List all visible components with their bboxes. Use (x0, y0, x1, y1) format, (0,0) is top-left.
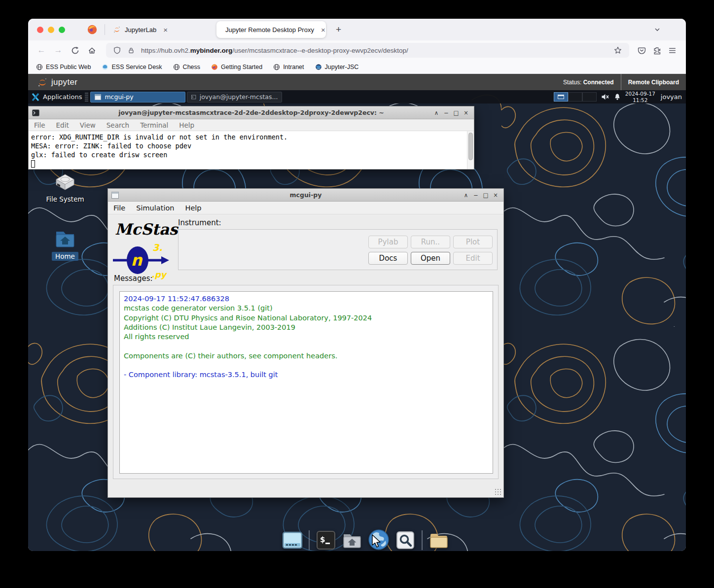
menu-edit[interactable]: Edit (51, 121, 74, 129)
logo-version: 3. (152, 242, 162, 253)
shade-window-button[interactable]: ∧ (462, 192, 470, 199)
minimize-window-button[interactable]: − (472, 192, 480, 199)
workspace-pager[interactable] (554, 92, 597, 102)
menu-simulation[interactable]: Simulation (131, 204, 179, 212)
screenshot-stage: JupyterLab × Jupyter Remote Desktop Prox… (0, 0, 714, 588)
menu-view[interactable]: View (74, 121, 101, 129)
app-finder-launcher[interactable] (394, 529, 416, 551)
jsc-sphere-icon (315, 64, 322, 70)
workspace-cell-active[interactable] (554, 92, 568, 102)
bookmark-label: Jupyter-JSC (325, 64, 359, 70)
close-tab-icon[interactable]: × (319, 26, 327, 34)
terminal-text: error: XDG_RUNTIME_DIR is invalid or not… (29, 131, 474, 168)
home-button[interactable] (84, 43, 99, 57)
run-button: Run.. (411, 236, 450, 248)
tab-label: Jupyter Remote Desktop Proxy (225, 26, 314, 34)
menu-help[interactable]: Help (174, 121, 200, 129)
extensions-puzzle-icon[interactable] (653, 46, 661, 55)
messages-frame: 2024-09-17 11:52:47.686328 mcstas code g… (113, 285, 499, 479)
window-icon (95, 94, 101, 100)
mcgui-titlebar[interactable]: mcgui-py ∧ − □ × (108, 189, 503, 202)
bookmark-label: ESS Public Web (46, 64, 91, 70)
connection-status: Status: Connected (556, 79, 621, 86)
menu-file[interactable]: File (29, 121, 51, 129)
shade-window-button[interactable]: ∧ (432, 109, 440, 116)
scrollbar-thumb[interactable] (468, 133, 473, 160)
xorg-logo-icon[interactable] (31, 93, 40, 102)
desktop-icon-file-system[interactable]: File System (39, 172, 91, 204)
terminal-output-area[interactable]: error: XDG_RUNTIME_DIR is invalid or not… (29, 131, 474, 169)
pylab-button: Pylab (368, 236, 408, 248)
minimize-window-button[interactable]: − (442, 109, 450, 116)
taskbar-right: 2024-09-17 11:52 jovyan (554, 91, 682, 103)
terminal-scrollbar[interactable] (467, 131, 474, 169)
list-all-tabs-chevron-icon[interactable] (653, 26, 661, 34)
close-window-button[interactable]: × (492, 192, 500, 199)
zoom-window-button[interactable] (59, 27, 65, 33)
firefox-icon (87, 24, 98, 35)
bookmark-ess-public-web[interactable]: ESS Public Web (36, 64, 91, 70)
browser-tab-bar: JupyterLab × Jupyter Remote Desktop Prox… (28, 19, 686, 40)
workspace-cell[interactable] (568, 92, 582, 102)
message-blank-line (124, 342, 489, 351)
bookmark-chess[interactable]: Chess (173, 64, 200, 70)
url-bar[interactable]: https://hub.ovh2.mybinder.org/user/mcsta… (106, 43, 629, 58)
terminal-line: error: XDG_RUNTIME_DIR is invalid or not… (31, 133, 474, 141)
close-tab-icon[interactable]: × (161, 26, 170, 34)
url-text[interactable]: https://hub.ovh2.mybinder.org/user/mcsta… (141, 47, 610, 54)
desktop-icon-home[interactable]: Home (39, 228, 91, 261)
remote-desktop: Applications mcgui-py jovyan@jupyter-mcs… (28, 90, 686, 551)
docs-button[interactable]: Docs (368, 252, 408, 265)
menu-search[interactable]: Search (101, 121, 135, 129)
minimize-window-button[interactable] (48, 27, 54, 33)
bookmark-getting-started[interactable]: Getting Started (211, 64, 262, 70)
dock-separator (309, 530, 310, 550)
resize-grip[interactable] (495, 488, 501, 495)
taskbar-item-terminal[interactable]: jovyan@jupyter-mcstas... (187, 92, 282, 103)
audio-muted-icon[interactable] (601, 93, 609, 101)
applications-menu-button[interactable]: Applications (43, 93, 82, 101)
terminal-launcher[interactable]: $ (315, 529, 337, 551)
menu-help[interactable]: Help (180, 204, 207, 212)
maximize-window-button[interactable]: □ (452, 109, 460, 116)
close-window-button[interactable]: × (462, 109, 470, 116)
taskbar-item-mcgui-py[interactable]: mcgui-py (90, 92, 185, 103)
lock-icon[interactable] (128, 47, 135, 54)
tab-remote-desktop-proxy[interactable]: Jupyter Remote Desktop Proxy × (216, 21, 326, 38)
menu-hamburger-icon[interactable] (668, 46, 677, 55)
menu-file[interactable]: File (108, 204, 131, 212)
notification-bell-icon[interactable] (614, 93, 621, 101)
file-manager-launcher[interactable] (341, 529, 363, 551)
tab-jupyterlab[interactable]: JupyterLab × (108, 21, 214, 38)
bookmark-jupyter-jsc[interactable]: Jupyter-JSC (315, 64, 359, 70)
user-menu[interactable]: jovyan (661, 93, 682, 101)
plot-button: Plot (453, 236, 493, 248)
home-folder-icon (341, 529, 363, 551)
status-value: Connected (583, 79, 614, 86)
reload-button[interactable] (68, 43, 82, 57)
messages-text-area[interactable]: 2024-09-17 11:52:47.686328 mcstas code g… (119, 291, 493, 474)
terminal-titlebar[interactable]: jovyan@jupyter-mcstasmcxtrace-2d-2de-2dd… (29, 106, 474, 119)
show-desktop-button[interactable] (282, 529, 303, 551)
jupyter-header: jupyter Status: Connected Remote Clipboa… (28, 74, 686, 90)
open-button[interactable]: Open (411, 252, 450, 265)
menu-terminal[interactable]: Terminal (135, 121, 174, 129)
taskbar-clock[interactable]: 2024-09-17 11:52 (625, 91, 655, 103)
bookmark-ess-service-desk[interactable]: ESS Service Desk (102, 64, 162, 70)
back-button[interactable]: ← (34, 43, 49, 57)
close-window-button[interactable] (37, 27, 43, 33)
maximize-window-button[interactable]: □ (482, 192, 490, 199)
bookmark-intranet[interactable]: Intranet (273, 64, 304, 70)
pocket-icon[interactable] (638, 46, 646, 55)
url-prefix: https://hub.ovh2. (141, 47, 190, 54)
mcgui-titlebar-icon (111, 192, 119, 199)
new-tab-button[interactable]: + (333, 24, 344, 35)
shield-icon[interactable] (113, 46, 121, 54)
remote-clipboard-button[interactable]: Remote Clipboard (621, 74, 686, 90)
bookmark-star-icon[interactable] (614, 46, 622, 54)
bookmarks-bar: ESS Public Web ESS Service Desk Chess Ge… (28, 60, 686, 74)
edit-button: Edit (453, 252, 493, 265)
workspace-cell[interactable] (582, 92, 597, 102)
folder-launcher[interactable] (428, 529, 450, 551)
forward-button[interactable]: → (51, 43, 66, 57)
